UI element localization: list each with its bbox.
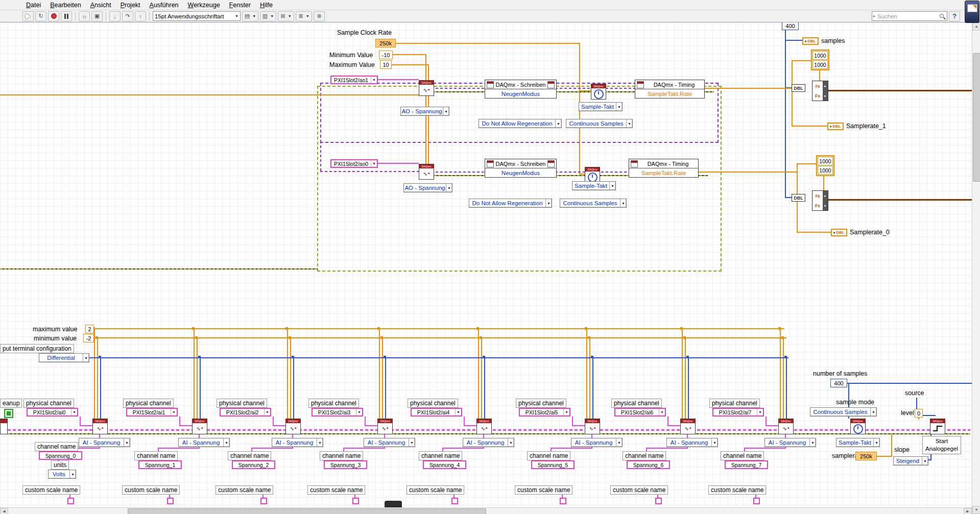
scroll-up-icon[interactable]: ▲ (972, 22, 980, 31)
channel-name-constant[interactable]: Spannung_7 (725, 460, 768, 469)
array-cell[interactable]: 1000 (818, 166, 833, 175)
dropdown-arrow-icon[interactable]: ▼ (563, 409, 569, 415)
channel-name-constant[interactable]: Spannung_5 (531, 460, 575, 469)
scroll-right-icon[interactable]: ▶ (964, 508, 972, 514)
pause-button[interactable] (61, 11, 72, 21)
cleanup-diagram-button[interactable]: ⊕ (314, 11, 325, 21)
daqmx-create-channel-node[interactable]: DAQmx ∿* (192, 419, 207, 434)
minimum-value-constant[interactable]: -10 (379, 51, 393, 59)
array-cell[interactable]: 1000 (812, 60, 828, 69)
array-constant-1000-1[interactable]: 1000 1000 (811, 50, 829, 70)
labview-vi-icon[interactable] (965, 1, 979, 23)
ai-clock-type-ring[interactable]: Sample-Takt▼ (836, 438, 880, 447)
custom-scale-constant[interactable] (67, 498, 74, 504)
ai-maximum-constant[interactable]: 2 (85, 325, 94, 333)
horizontal-scroll-thumb[interactable] (128, 508, 486, 514)
daqmx-timing-node-0[interactable]: DAQmx - Timing SampleTakt.Rate (629, 159, 699, 178)
physical-channel-constant-ao0[interactable]: PXI1Slot2/ao0 ▼ (330, 159, 378, 168)
timing-property-selector[interactable]: SampleTakt.Rate (635, 89, 704, 99)
array-cell[interactable]: 1000 (812, 51, 828, 60)
physical-channel-constant-ao1[interactable]: PXI1Slot2/ao1 ▼ (330, 76, 378, 84)
terminal-config-ring[interactable]: Differential▼ (39, 353, 89, 362)
trigger-level-constant[interactable]: 0 (915, 409, 923, 418)
build-waveform-node-0[interactable]: #s Fs ▸▸ (812, 190, 828, 211)
daqmx-create-channel-node[interactable]: DAQmx ∿* (476, 419, 492, 434)
vertical-scrollbar[interactable]: ▲ ▼ (972, 22, 980, 514)
daqmx-create-channel-node-ao0[interactable]: DAQmx ∿* (419, 164, 434, 180)
channel-name-constant[interactable]: Spannung_0 (39, 451, 82, 460)
menu-hilfe[interactable]: Hilfe (255, 1, 277, 10)
daqmx-start-trigger-node[interactable]: DAQmx (930, 419, 945, 434)
physical-channel-constant[interactable]: PXI1Slot2/ai6 ▼ (614, 408, 666, 417)
vertical-scroll-thumb[interactable] (973, 53, 980, 182)
step-into-button[interactable]: ↓ (109, 11, 121, 21)
ai-channel-type-ring[interactable]: AI - Spannung▼ (764, 438, 816, 447)
physical-channel-constant[interactable]: PXI1Slot2/ai1 ▼ (126, 408, 178, 417)
channel-name-constant[interactable]: Spannung_4 (423, 460, 466, 469)
timing-property-selector[interactable]: SampleTakt.Rate (629, 168, 698, 178)
maximum-value-constant[interactable]: 10 (380, 60, 392, 69)
physical-channel-constant[interactable]: PXI1Slot2/ai7 ▼ (712, 408, 764, 417)
ai-minimum-constant[interactable]: -2 (83, 334, 94, 342)
cleanup-vi-icon[interactable] (4, 409, 13, 418)
channel-type-ring-ao0[interactable]: AO - Spannung▼ (403, 183, 452, 192)
dropdown-arrow-icon[interactable]: ▼ (356, 409, 362, 415)
block-diagram-canvas[interactable]: Sample Clock Rate 250k Minimum Value -10… (0, 22, 980, 514)
write-mode-selector[interactable]: NeugenModus (485, 168, 556, 178)
menu-ansicht[interactable]: Ansicht (86, 1, 116, 10)
abort-button[interactable] (48, 11, 59, 21)
menu-datei[interactable]: Datei (21, 1, 45, 10)
channel-name-constant[interactable]: Spannung_6 (627, 460, 670, 469)
dropdown-arrow-icon[interactable]: ▼ (171, 409, 177, 415)
font-selector[interactable]: 15pt Anwendungsschriftart ▼ (153, 11, 241, 21)
custom-scale-constant[interactable] (260, 498, 267, 504)
daqmx-create-channel-node[interactable]: DAQmx ∿* (680, 419, 696, 434)
dropdown-arrow-icon[interactable]: ▼ (264, 409, 270, 415)
daqmx-partial-node-left[interactable] (0, 419, 8, 434)
daqmx-create-channel-node[interactable]: DAQmx ∿* (285, 419, 301, 434)
custom-scale-constant[interactable] (352, 498, 359, 504)
search-icon[interactable] (939, 13, 946, 20)
daqmx-sample-clock-node-1[interactable]: DAQmx (591, 84, 606, 100)
samples-indicator-icon[interactable]: ▸DBL (802, 37, 819, 45)
ai-channel-type-ring[interactable]: AI - Spannung▼ (364, 438, 415, 447)
ai-channel-type-ring[interactable]: AI - Spannung▼ (79, 438, 130, 447)
highlight-execution-button[interactable]: ☼ (79, 11, 90, 21)
step-over-button[interactable]: ↷ (122, 11, 133, 21)
horizontal-scrollbar[interactable]: ◀ ▶ (0, 507, 972, 514)
ai-channel-type-ring[interactable]: AI - Spannung▼ (463, 438, 514, 447)
scroll-left-icon[interactable]: ◀ (0, 508, 8, 514)
daqmx-timing-node-1[interactable]: DAQmx - Timing SampleTakt.Rate (635, 80, 705, 99)
build-waveform-node-1[interactable]: #s Fs ▸▸ (812, 81, 828, 101)
samplerate-constant[interactable]: 250k (855, 452, 877, 460)
channel-name-constant[interactable]: Spannung_1 (138, 460, 182, 469)
array-constant-1000-0[interactable]: 1000 1000 (816, 155, 834, 176)
write-mode-selector[interactable]: NeugenModus (485, 89, 556, 99)
channel-name-constant[interactable]: Spannung_2 (232, 460, 275, 469)
scroll-down-icon[interactable]: ▼ (972, 506, 980, 514)
distribute-objects-button[interactable]: ▥▼ (260, 11, 276, 21)
daqmx-ai-sample-clock-node[interactable]: DAQmx (850, 419, 866, 434)
array-cell[interactable]: 1000 (818, 157, 833, 165)
run-continuous-button[interactable]: ↻ (35, 11, 46, 21)
channel-name-constant[interactable]: Spannung_3 (324, 460, 367, 469)
trigger-slope-ring[interactable]: Steigend▼ (893, 456, 928, 466)
sample-mode-ring-1[interactable]: Continuous Samples▼ (566, 119, 633, 128)
number-of-samples-constant[interactable]: 400 (830, 379, 847, 387)
ai-channel-type-ring[interactable]: AI - Spannung▼ (178, 438, 230, 447)
physical-channel-constant[interactable]: PXI1Slot2/ai4 ▼ (411, 408, 462, 417)
custom-scale-constant[interactable] (560, 498, 566, 504)
menu-projekt[interactable]: Projekt (116, 1, 145, 10)
menu-ausfuehren[interactable]: Ausführen (145, 1, 183, 10)
custom-scale-constant[interactable] (655, 498, 662, 504)
clock-type-ring-1[interactable]: Sample-Takt▼ (579, 102, 623, 111)
menu-werkzeuge[interactable]: Werkzeuge (183, 1, 225, 10)
daqmx-sample-clock-node-0[interactable]: DAQmx (585, 167, 600, 183)
daqmx-create-channel-node-ao1[interactable]: DAQmx ∿* (419, 80, 434, 96)
dropdown-arrow-icon[interactable]: ▼ (371, 160, 377, 167)
resize-objects-button[interactable]: ⊞▼ (278, 11, 294, 21)
dropdown-arrow-icon[interactable]: ▼ (455, 409, 461, 415)
ai-channel-type-ring[interactable]: AI - Spannung▼ (571, 438, 623, 447)
custom-scale-constant[interactable] (451, 498, 458, 504)
channel-type-ring-ao1[interactable]: AO - Spannung▼ (400, 107, 449, 116)
